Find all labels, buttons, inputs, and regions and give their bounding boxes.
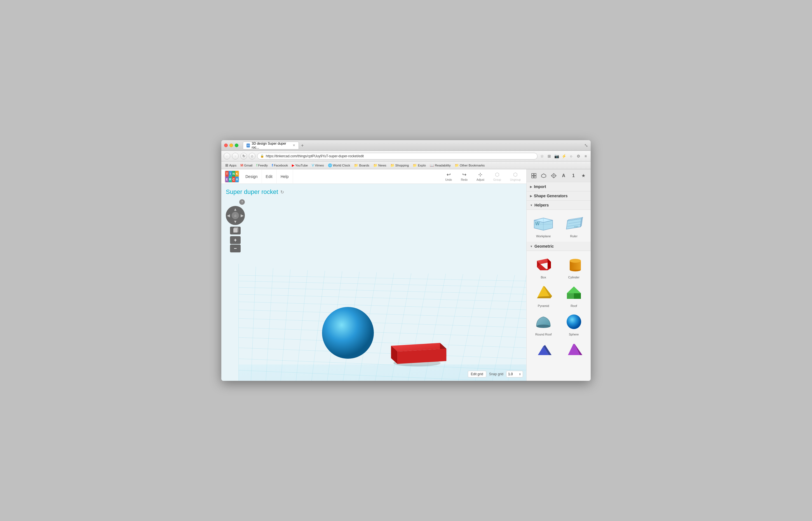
bookmark-readability[interactable]: 📖 Readability — [428, 163, 452, 168]
address-bar[interactable]: 🔒 https://tinkercad.com/things/cptPUuy9Y… — [257, 153, 538, 159]
3d-scene — [221, 206, 526, 381]
svg-rect-45 — [532, 176, 534, 178]
svg-line-20 — [279, 269, 290, 381]
cylinder-label: Cylinder — [568, 276, 580, 279]
refresh-title-icon[interactable]: ↻ — [280, 189, 284, 195]
bookmark-shopping[interactable]: 📁 Shopping — [389, 163, 411, 168]
menu-help-label: Help — [280, 174, 289, 179]
shape-item-cylinder[interactable]: Cylinder — [560, 254, 588, 280]
bookmark-youtube[interactable]: ▶ YouTube — [290, 163, 310, 168]
shape-item-round-roof[interactable]: Round Roof — [529, 311, 558, 337]
panel-3d-view-button[interactable] — [539, 171, 548, 180]
bookmark-apps[interactable]: ⊞ Apps — [224, 163, 238, 168]
geometric-arrow-icon: ▼ — [530, 245, 533, 248]
bookmark-apps-label: Apps — [229, 164, 236, 167]
view-perspective-button[interactable] — [230, 227, 241, 234]
extension-icon-1[interactable]: ⊞ — [546, 153, 552, 159]
zoom-in-button[interactable]: + — [230, 236, 241, 244]
minimize-button[interactable] — [229, 143, 233, 147]
panel-star-button[interactable]: ★ — [579, 171, 588, 180]
bookmark-news[interactable]: 📁 News — [371, 163, 388, 168]
adjust-tool[interactable]: ⊹ Adjust — [474, 171, 487, 182]
logo-cell-i: I — [229, 171, 232, 177]
nav-down-icon: ▼ — [233, 219, 237, 224]
geometric-content: Box — [526, 251, 591, 340]
back-button[interactable]: ‹ — [224, 153, 230, 159]
new-tab-button[interactable]: + — [300, 143, 305, 148]
svg-marker-2 — [233, 229, 237, 232]
extension-icon-2[interactable]: 📷 — [554, 153, 559, 159]
svg-point-69 — [570, 259, 581, 263]
group-tool[interactable]: ⬡ Group — [491, 171, 503, 182]
camera-controls: ? ▲ ▼ ◀ ▶ ⌂ — [226, 199, 245, 252]
bookmark-gmail[interactable]: M Gmail — [239, 163, 254, 168]
shape-item-pyramid[interactable]: Pyramid — [529, 282, 558, 309]
canvas-area[interactable]: Super duper rocket ↻ ? ▲ ▼ ◀ ▶ ⌂ — [221, 184, 526, 381]
menu-design[interactable]: Design — [242, 169, 262, 184]
panel-grid-view-button[interactable] — [529, 171, 538, 180]
redo-tool[interactable]: ↪ Redo — [458, 171, 470, 182]
maximize-button[interactable] — [235, 143, 239, 147]
extension-icon-4[interactable]: ○ — [568, 153, 574, 159]
reload-button[interactable]: ↻ — [240, 153, 247, 159]
panel-shape-generators-header[interactable]: ▶ Shape Generators — [526, 191, 591, 201]
extension-icon-3[interactable]: ⚡ — [561, 153, 567, 159]
pyramid-preview — [532, 284, 555, 303]
roof-preview — [563, 284, 585, 303]
tab-title: 3D design Super duper roc... — [251, 141, 290, 150]
zoom-out-button[interactable]: − — [230, 245, 241, 252]
panel-number-button[interactable]: 1 — [569, 171, 578, 180]
window-restore-icon[interactable]: ⤡ — [584, 143, 588, 148]
shape-item-roof[interactable]: Roof — [560, 282, 588, 309]
bookmark-facebook[interactable]: f Facebook — [270, 163, 290, 168]
tinkercad-logo[interactable]: T I N K E R C A — [225, 171, 239, 183]
help-badge[interactable]: ? — [239, 199, 245, 205]
import-label: Import — [534, 184, 546, 189]
panel-helpers-header[interactable]: ▼ Helpers — [526, 201, 591, 210]
menu-icon[interactable]: ≡ — [583, 153, 588, 159]
panel-text-button[interactable]: A — [559, 171, 568, 180]
home-button[interactable]: ⌂ — [249, 153, 255, 159]
nav-pad[interactable]: ▲ ▼ ◀ ▶ ⌂ — [226, 206, 245, 225]
svg-line-18 — [250, 267, 256, 381]
shape-item-partial-2[interactable] — [560, 343, 588, 356]
panel-import-section: ▶ Import — [526, 182, 591, 191]
panel-wireframe-button[interactable] — [549, 171, 558, 180]
bookmarks-bar: ⊞ Apps M Gmail f Feedly f Facebook ▶ You… — [221, 161, 591, 169]
ungroup-tool[interactable]: ⬡ Ungroup — [508, 171, 523, 182]
tab-close-icon[interactable]: ✕ — [293, 143, 295, 147]
edit-grid-button[interactable]: Edit grid — [468, 371, 486, 378]
bookmark-feedly[interactable]: f Feedly — [255, 163, 269, 168]
active-tab[interactable]: 3D 3D design Super duper roc... ✕ — [243, 141, 299, 150]
shape-item-ruler[interactable]: mm Ruler — [560, 213, 588, 239]
bookmark-vimeo[interactable]: V Vimeo — [310, 163, 325, 168]
logo-cell-e: E — [225, 177, 229, 182]
extension-icon-5[interactable]: ⚙ — [576, 153, 581, 159]
bookmark-star-icon[interactable]: ☆ — [539, 153, 545, 159]
panel-import-header[interactable]: ▶ Import — [526, 182, 591, 191]
shape-item-sphere[interactable]: Sphere — [560, 311, 588, 337]
bookmark-boards[interactable]: 📁 Boards — [352, 163, 371, 168]
shape-item-workplane[interactable]: W Workplane — [529, 213, 558, 239]
svg-line-10 — [239, 318, 526, 327]
bookmark-readability-label: Readability — [435, 164, 451, 167]
forward-button[interactable]: › — [232, 153, 239, 159]
panel-shape-generators-section: ▶ Shape Generators — [526, 191, 591, 201]
nav-home-button[interactable]: ⌂ — [232, 212, 239, 219]
undo-tool[interactable]: ↩ Undo — [443, 171, 454, 182]
panel-geometric-header[interactable]: ▼ Geometric — [526, 242, 591, 251]
svg-line-9 — [239, 310, 526, 318]
snap-grid-input[interactable]: 1.0 ⬍ — [506, 371, 523, 378]
shape-item-box[interactable]: Box — [529, 254, 558, 280]
logo-cell-n: N — [232, 171, 235, 177]
menu-help[interactable]: Help — [277, 169, 293, 184]
nav-right-icon: ▶ — [241, 213, 244, 218]
bookmark-worldclock[interactable]: 🌐 World Clock — [326, 163, 352, 168]
ungroup-icon: ⬡ — [513, 172, 518, 178]
menu-edit[interactable]: Edit — [262, 169, 277, 184]
shape-item-partial-1[interactable] — [529, 343, 558, 356]
bookmark-explo[interactable]: 📁 Explo — [411, 163, 428, 168]
close-button[interactable] — [224, 143, 228, 147]
project-title-text: Super duper rocket — [226, 188, 278, 196]
bookmark-other[interactable]: 📁 Other Bookmarks — [453, 163, 486, 168]
